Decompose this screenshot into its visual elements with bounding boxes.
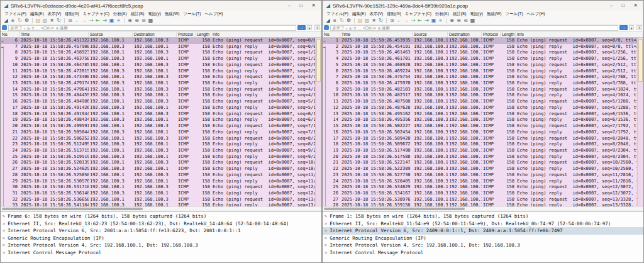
packet-row[interactable]: 202025-10-18 15:58:26.499591192.168.100.… [1,123,315,130]
menu-item[interactable]: ツール(T) [181,11,203,17]
packet-row[interactable]: 182025-10-18 15:58:26.509672192.168.100.… [323,142,637,148]
menu-item[interactable]: ファイル(F) [325,11,350,17]
find-packet-icon[interactable]: ⊙ [67,17,74,24]
vertical-scrollbar-thumb[interactable] [316,39,321,82]
go-back-icon[interactable]: ← [396,17,402,24]
capture-start-icon[interactable]: ◢ [3,17,9,24]
packet-row[interactable]: 72025-10-18 15:58:26.475754192.168.100.1… [323,74,637,81]
packet-row[interactable]: 262025-10-18 15:58:26.520139192.168.100.… [1,160,315,166]
column-header-no[interactable]: No. [1,31,19,37]
packet-row[interactable]: 162025-10-18 15:58:26.502454192.168.100.… [323,130,637,136]
menu-item[interactable]: キャプチャ(C) [403,11,433,17]
column-header-info[interactable]: Info [211,31,321,37]
menu-item[interactable]: ツール(T) [503,11,525,17]
packet-row[interactable]: 242025-10-18 15:58:26.513715192.168.100.… [1,148,315,154]
detail-line[interactable]: >Ethernet II, Src: RealtekU_13:62:23 (52… [1,220,321,228]
packet-row[interactable]: 82025-10-18 15:58:26.458923192.168.100.1… [1,50,315,56]
auto-scroll-icon[interactable]: ▣ [430,17,437,24]
packet-row[interactable]: 312025-10-18 15:58:26.536148192.168.100.… [1,191,315,197]
find-packet-icon[interactable]: ⊙ [389,17,396,24]
zoom-in-icon[interactable]: ⊕ [448,17,455,24]
packet-row[interactable]: 272025-10-18 15:58:26.538976192.168.100.… [323,197,637,203]
filter-dropdown-caret-icon[interactable]: ▾ [307,25,312,30]
expand-chevron-icon[interactable]: > [3,236,5,241]
auto-scroll-icon[interactable]: ▣ [108,17,115,24]
packet-row[interactable]: 222025-10-18 15:58:26.522389192.168.100.… [323,166,637,172]
filter-bookmark-icon[interactable] [324,25,329,30]
packet-row[interactable]: 7↩2025-10-18 15:58:26.457908192.168.100.… [1,44,315,50]
go-back-icon[interactable]: ← [74,17,80,24]
menu-item[interactable]: 電話(y) [146,11,163,17]
colorize-packets-icon[interactable]: ≡ [437,17,444,24]
open-file-icon[interactable]: ▤ [35,17,42,24]
zoom-original-icon[interactable]: ⊙ [462,17,469,24]
packet-row[interactable]: 262025-10-18 15:58:26.534167192.168.100.… [323,191,637,197]
packet-row[interactable]: 92025-10-18 15:58:26.463758192.168.100.3… [1,56,315,62]
column-header-dst[interactable]: Destination [448,31,482,37]
packet-row[interactable]: 152025-10-18 15:58:26.484455192.168.100.… [1,92,315,99]
menu-item[interactable]: 無線(W) [485,11,503,17]
packet-row[interactable]: 132025-10-18 15:58:26.479174192.168.100.… [1,81,315,87]
packet-row[interactable]: 212025-10-18 15:58:26.522147192.168.100.… [323,160,637,166]
expand-chevron-icon[interactable]: > [325,214,327,219]
detail-line[interactable]: >Internet Control Message Protocol [323,249,643,257]
packet-row[interactable]: 322025-10-18 15:58:26.536658192.168.100.… [1,197,315,203]
packet-row[interactable]: 62025-10-18 15:58:26.469224192.168.100.3… [323,69,637,75]
resize-columns-icon[interactable]: ▦ [147,17,154,24]
save-file-icon[interactable]: ▥ [42,17,48,24]
filter-dropdown-caret-icon[interactable]: ▾ [629,25,634,30]
display-filter-input[interactable] [330,25,618,31]
packet-row[interactable]: 172025-10-18 15:58:26.491426192.168.100.… [1,105,315,111]
expand-chevron-icon[interactable]: > [3,250,5,255]
detail-line[interactable]: >Internet Protocol Version 4, Src: 192.1… [1,242,321,249]
packet-row[interactable]: 142025-10-18 15:58:26.495356192.168.100.… [323,117,637,123]
packet-row[interactable]: 282025-10-18 15:58:26.525058192.168.100.… [1,172,315,179]
minimize-button[interactable]: – [610,3,613,9]
column-header-no[interactable]: No. [323,31,340,37]
menu-item[interactable]: ヘルプ(H) [525,11,547,17]
capture-restart-icon[interactable]: ↻ [16,17,23,24]
go-last-packet-icon[interactable]: ⇥ [423,17,430,24]
go-forward-icon[interactable]: → [402,17,409,24]
packet-row[interactable]: 2↩2025-10-18 15:58:26.454191192.168.100.… [323,44,637,50]
zoom-out-icon[interactable]: ⊖ [455,17,462,24]
apply-filter-button[interactable]: → [297,25,306,30]
resize-columns-icon[interactable]: ▦ [469,17,476,24]
packet-row[interactable]: 132025-10-18 15:58:26.495162192.168.100.… [323,111,637,118]
menu-item[interactable]: 移動(G) [385,11,402,17]
display-filter-input[interactable] [8,25,296,31]
expand-chevron-icon[interactable]: > [3,243,5,248]
column-header-time[interactable]: Time [19,31,89,37]
detail-line[interactable]: >Ethernet II, Src: RealtekU_11:54:e9 (52… [323,220,643,228]
close-file-icon[interactable]: ✕ [48,17,55,24]
menu-item[interactable]: 分析(A) [111,11,129,17]
packet-row[interactable]: 42025-10-18 15:58:26.461701192.168.100.3… [323,56,637,62]
column-header-src[interactable]: Source [89,31,133,37]
zoom-original-icon[interactable]: ⊙ [140,17,147,24]
menu-item[interactable]: 編集(E) [350,11,368,17]
add-filter-button[interactable]: + [636,25,642,30]
vertical-scrollbar[interactable] [637,38,643,206]
packet-row[interactable]: 302025-10-18 15:58:26.531710192.168.100.… [1,184,315,191]
vertical-scrollbar-thumb[interactable] [638,39,643,82]
packet-row[interactable]: 102025-10-18 15:58:26.482317192.168.100.… [323,92,637,99]
zoom-out-icon[interactable]: ⊖ [133,17,140,24]
packet-row[interactable]: 292025-10-18 15:58:26.530576192.168.100.… [1,179,315,185]
capture-start-icon[interactable]: ◢ [325,17,331,24]
expand-chevron-icon[interactable]: > [325,228,327,233]
capture-options-icon[interactable]: ⚙ [23,17,30,24]
packet-row[interactable]: 122025-10-18 15:58:26.473408192.168.100.… [1,74,315,81]
expand-chevron-icon[interactable]: > [3,228,5,233]
packet-row[interactable]: 162025-10-18 15:58:26.484986192.168.100.… [1,99,315,105]
packet-row[interactable]: 192025-10-18 15:58:26.517490192.168.100.… [323,148,637,154]
menu-item[interactable]: 無線(W) [163,11,181,17]
packet-row[interactable]: 252025-10-18 15:58:26.534029192.168.100.… [323,184,637,191]
capture-restart-icon[interactable]: ↻ [338,17,345,24]
menu-item[interactable]: 電話(y) [468,11,485,17]
close-button[interactable]: ✕ [633,3,638,9]
go-first-packet-icon[interactable]: ⇤ [94,17,101,24]
menu-item[interactable]: キャプチャ(C) [81,11,111,17]
capture-stop-icon[interactable]: ■ [9,17,16,24]
menu-item[interactable]: 分析(A) [433,11,451,17]
packet-row[interactable]: 1→2025-10-18 15:58:26.453935192.168.100.… [323,38,637,44]
